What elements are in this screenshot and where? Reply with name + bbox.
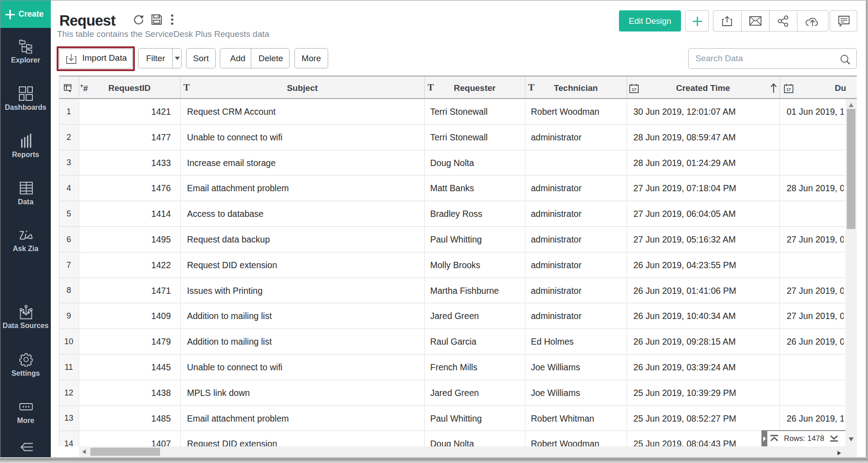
svg-text:17: 17	[786, 87, 791, 92]
